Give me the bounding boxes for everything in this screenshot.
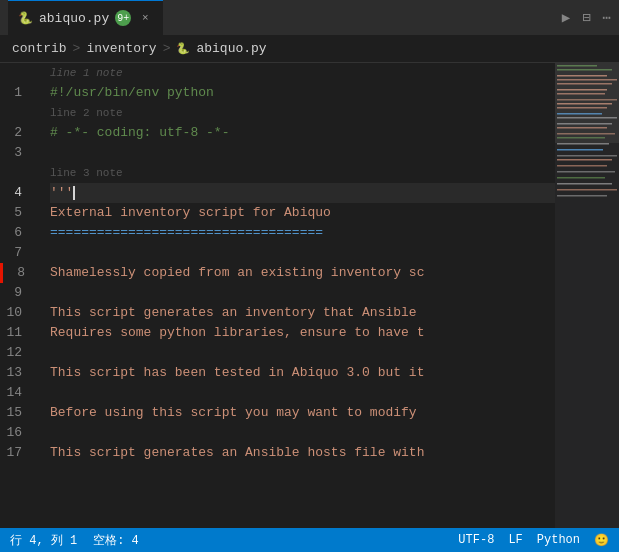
- gutter-15: 15: [0, 403, 32, 423]
- minimap-content: [555, 63, 619, 528]
- gutter-17: 17: [0, 443, 32, 463]
- code-line-1: #!/usr/bin/env python: [50, 83, 555, 103]
- gutter-16: 16: [0, 423, 32, 443]
- gutter-3: 3: [0, 143, 32, 163]
- svg-rect-18: [557, 155, 617, 157]
- svg-rect-23: [557, 183, 612, 185]
- svg-rect-24: [557, 189, 617, 191]
- tab-close-button[interactable]: ×: [137, 10, 153, 26]
- svg-rect-16: [557, 143, 609, 145]
- gutter-7: 7: [0, 243, 32, 263]
- code-line-3: [50, 143, 555, 163]
- title-bar-actions: ▶ ⊟ ⋯: [562, 9, 611, 26]
- gutter-6: 6: [0, 223, 32, 243]
- svg-rect-19: [557, 159, 612, 161]
- gutter-1: 1: [0, 83, 32, 103]
- code-line-16: [50, 423, 555, 443]
- gutter-4: 4: [0, 183, 32, 203]
- gutter-13: 13: [0, 363, 32, 383]
- gutter-note-3: [0, 163, 32, 183]
- gutter-note-2: [0, 103, 32, 123]
- status-line-ending[interactable]: LF: [508, 533, 522, 548]
- code-line-8: Shamelessly copied from an existing inve…: [50, 263, 555, 283]
- svg-rect-22: [557, 177, 605, 179]
- split-editor-button[interactable]: ⊟: [582, 9, 590, 26]
- gutter-12: 12: [0, 343, 32, 363]
- file-icon: 🐍: [176, 42, 190, 55]
- code-editor[interactable]: line 1 note #!/usr/bin/env python line 2…: [40, 63, 555, 528]
- gutter-8: 8: [0, 263, 32, 283]
- code-line-15: Before using this script you may want to…: [50, 403, 555, 423]
- status-spaces[interactable]: 空格: 4: [93, 532, 139, 549]
- status-position[interactable]: 行 4, 列 1: [10, 532, 77, 549]
- title-bar: 🐍 abiquo.py 9+ × ▶ ⊟ ⋯: [0, 0, 619, 35]
- breadcrumb-contrib[interactable]: contrib: [12, 41, 67, 56]
- line-note-3: line 3 note: [50, 163, 555, 183]
- line-note-1: line 1 note: [50, 63, 555, 83]
- code-line-7: [50, 243, 555, 263]
- code-line-10: This script generates an inventory that …: [50, 303, 555, 323]
- status-language[interactable]: Python: [537, 533, 580, 548]
- status-bar: 行 4, 列 1 空格: 4 UTF-8 LF Python 🙂: [0, 528, 619, 552]
- line-note-2: line 2 note: [50, 103, 555, 123]
- svg-rect-21: [557, 171, 615, 173]
- svg-rect-25: [557, 195, 607, 197]
- breadcrumb-sep-1: >: [73, 41, 81, 56]
- code-line-17: This script generates an Ansible hosts f…: [50, 443, 555, 463]
- code-line-6: ===================================: [50, 223, 555, 243]
- svg-rect-20: [557, 165, 607, 167]
- more-actions-button[interactable]: ⋯: [603, 9, 611, 26]
- tab-badge: 9+: [115, 10, 131, 26]
- code-line-4: ''': [50, 183, 555, 203]
- svg-rect-17: [557, 149, 603, 151]
- breadcrumb: contrib > inventory > 🐍 abiquo.py: [0, 35, 619, 63]
- svg-rect-26: [555, 63, 619, 143]
- breadcrumb-filename[interactable]: abiquo.py: [196, 41, 266, 56]
- gutter-11: 11: [0, 323, 32, 343]
- status-encoding[interactable]: UTF-8: [458, 533, 494, 548]
- editor-tab[interactable]: 🐍 abiquo.py 9+ ×: [8, 0, 163, 35]
- gutter-5: 5: [0, 203, 32, 223]
- text-cursor: [73, 186, 75, 200]
- line-number-gutter: 1 2 3 4 5 6 7 8 9 10 11 12 13 14 15 16 1…: [0, 63, 40, 528]
- code-line-5: External inventory script for Abiquo: [50, 203, 555, 223]
- code-line-12: [50, 343, 555, 363]
- code-line-13: This script has been tested in Abiquo 3.…: [50, 363, 555, 383]
- tab-filename: abiquo.py: [39, 11, 109, 26]
- code-line-14: [50, 383, 555, 403]
- gutter-9: 9: [0, 283, 32, 303]
- run-button[interactable]: ▶: [562, 9, 570, 26]
- gutter-2: 2: [0, 123, 32, 143]
- breadcrumb-sep-2: >: [163, 41, 171, 56]
- code-line-11: Requires some python libraries, ensure t…: [50, 323, 555, 343]
- code-line-2: # -*- coding: utf-8 -*-: [50, 123, 555, 143]
- minimap[interactable]: [555, 63, 619, 528]
- gutter-14: 14: [0, 383, 32, 403]
- status-bar-right: UTF-8 LF Python 🙂: [458, 533, 609, 548]
- python-icon: 🐍: [18, 11, 33, 26]
- status-feedback[interactable]: 🙂: [594, 533, 609, 548]
- code-line-9: [50, 283, 555, 303]
- breadcrumb-inventory[interactable]: inventory: [86, 41, 156, 56]
- gutter-10: 10: [0, 303, 32, 323]
- gutter-note-1: [0, 63, 32, 83]
- editor-container: 1 2 3 4 5 6 7 8 9 10 11 12 13 14 15 16 1…: [0, 63, 619, 528]
